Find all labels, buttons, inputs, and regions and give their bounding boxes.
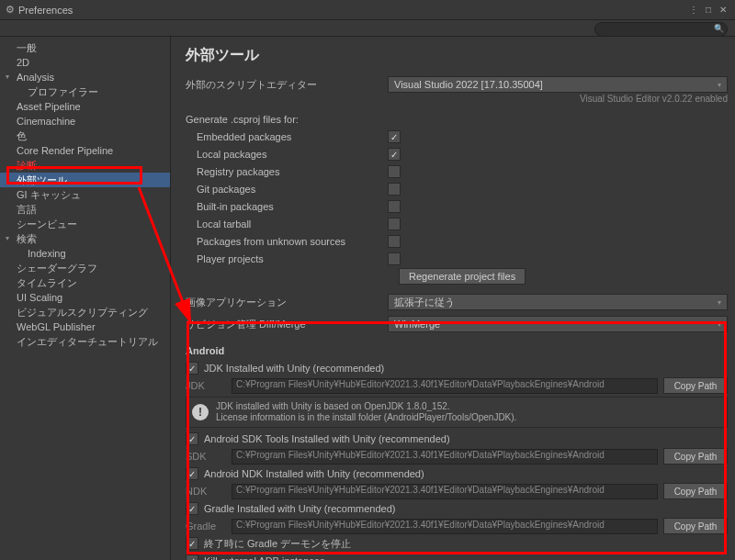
sdk-path[interactable]: C:¥Program Files¥Unity¥Hub¥Editor¥2021.3…	[232, 449, 658, 465]
gen-label-4: Built-in packages	[186, 201, 388, 212]
sidebar-item-3[interactable]: プロファイラー	[0, 84, 170, 99]
sidebar-item-15[interactable]: シェーダーグラフ	[0, 261, 170, 275]
script-editor-label: 外部のスクリプトエディター	[186, 78, 388, 92]
gen-checkbox-1[interactable]	[388, 148, 401, 161]
sidebar-item-4[interactable]: Asset Pipeline	[0, 99, 170, 114]
gen-checkbox-5[interactable]	[388, 218, 401, 230]
regenerate-button[interactable]: Regenerate project files	[399, 268, 526, 285]
jdk-copy-button[interactable]: Copy Path	[663, 377, 728, 394]
sdk-label: SDK	[186, 451, 226, 462]
sidebar-item-1[interactable]: 2D	[0, 55, 170, 70]
sidebar-item-5[interactable]: Cinemachine	[0, 114, 170, 129]
gen-label-6: Packages from unknown sources	[186, 236, 388, 247]
close-icon[interactable]: ✕	[717, 4, 729, 17]
jdk-checkbox[interactable]	[186, 362, 198, 375]
jdk-info: ! JDK installed with Unity is based on O…	[186, 397, 728, 428]
sdk-copy-button[interactable]: Copy Path	[663, 448, 728, 465]
sidebar-item-7[interactable]: Core Render Pipeline	[0, 143, 170, 158]
menu-icon[interactable]: ⋮	[687, 4, 700, 17]
gradle-copy-button[interactable]: Copy Path	[663, 518, 728, 534]
sdk-check-label: Android SDK Tools Installed with Unity (…	[204, 433, 450, 444]
gear-icon: ⚙	[6, 4, 15, 16]
gen-checkbox-6[interactable]	[388, 235, 401, 248]
stop-gradle-checkbox[interactable]	[186, 537, 198, 550]
sidebar-item-8[interactable]: 診断	[0, 158, 170, 173]
sdk-checkbox[interactable]	[186, 432, 198, 445]
editor-hint: Visual Studio Editor v2.0.22 enabled	[186, 94, 728, 104]
sidebar-item-14[interactable]: Indexing	[0, 246, 170, 261]
ndk-path[interactable]: C:¥Program Files¥Unity¥Hub¥Editor¥2021.3…	[232, 484, 658, 499]
sidebar-item-6[interactable]: 色	[0, 129, 170, 143]
page-title: 外部ツール	[186, 46, 728, 65]
gradle-check-label: Gradle Installed with Unity (recommended…	[204, 503, 395, 514]
gen-label-0: Embedded packages	[186, 131, 388, 142]
sidebar-item-10[interactable]: GI キャッシュ	[0, 187, 170, 202]
gen-label-1: Local packages	[186, 149, 388, 160]
maximize-icon[interactable]: □	[702, 4, 715, 17]
image-app-dropdown[interactable]: 拡張子に従う	[388, 294, 728, 310]
gen-checkbox-3[interactable]	[388, 183, 401, 196]
sidebar: 一般2DAnalysisプロファイラーAsset PipelineCinemac…	[0, 37, 171, 560]
gen-label-7: Player projects	[186, 253, 388, 264]
revision-label: リビジョン管理 Diff/Merge	[186, 318, 388, 331]
window-controls: ⋮ □ ✕	[687, 4, 729, 17]
kill-adb-checkbox[interactable]	[186, 554, 198, 560]
script-editor-dropdown[interactable]: Visual Studio 2022 [17.10.35004]	[388, 76, 728, 93]
sidebar-item-13[interactable]: 検索	[0, 231, 170, 246]
ndk-check-label: Android NDK Installed with Unity (recomm…	[204, 468, 424, 479]
gen-checkbox-4[interactable]	[388, 200, 401, 213]
jdk-path[interactable]: C:¥Program Files¥Unity¥Hub¥Editor¥2021.3…	[232, 378, 658, 394]
android-header: Android	[186, 345, 728, 356]
gen-checkbox-7[interactable]	[388, 252, 401, 265]
gradle-path[interactable]: C:¥Program Files¥Unity¥Hub¥Editor¥2021.3…	[232, 519, 658, 534]
ndk-checkbox[interactable]	[186, 467, 198, 480]
search-row	[0, 20, 735, 37]
sidebar-item-17[interactable]: UI Scaling	[0, 290, 170, 305]
sidebar-item-2[interactable]: Analysis	[0, 70, 170, 84]
sidebar-item-9[interactable]: 外部ツール	[0, 173, 170, 187]
sidebar-item-20[interactable]: インエディターチュートリアル	[0, 334, 170, 349]
ndk-copy-button[interactable]: Copy Path	[663, 483, 728, 499]
kill-adb-label: Kill external ADB instances	[204, 555, 324, 560]
sidebar-item-18[interactable]: ビジュアルスクリプティング	[0, 305, 170, 319]
gen-label-5: Local tarball	[186, 218, 388, 230]
main-panel: 外部ツール 外部のスクリプトエディター Visual Studio 2022 […	[171, 37, 735, 560]
gradle-label: Gradle	[186, 521, 226, 532]
gen-checkbox-0[interactable]	[388, 130, 401, 143]
gen-label-3: Git packages	[186, 184, 388, 195]
jdk-label: JDK	[186, 380, 226, 391]
sidebar-item-12[interactable]: シーンビュー	[0, 217, 170, 231]
window-title: Preferences	[18, 5, 687, 16]
revision-dropdown[interactable]: WinMerge	[388, 316, 728, 332]
titlebar: ⚙ Preferences ⋮ □ ✕	[0, 0, 735, 20]
sidebar-item-16[interactable]: タイムライン	[0, 275, 170, 290]
search-input[interactable]	[594, 22, 728, 37]
gen-checkbox-2[interactable]	[388, 165, 401, 178]
image-app-label: 画像アプリケーション	[186, 296, 388, 309]
ndk-label: NDK	[186, 486, 226, 497]
sidebar-item-0[interactable]: 一般	[0, 40, 170, 55]
info-icon: !	[192, 404, 209, 420]
sidebar-item-19[interactable]: WebGL Publisher	[0, 319, 170, 334]
jdk-check-label: JDK Installed with Unity (recommended)	[204, 363, 384, 374]
gradle-checkbox[interactable]	[186, 502, 198, 515]
generate-label: Generate .csproj files for:	[186, 114, 388, 125]
stop-gradle-label: 終了時に Gradle デーモンを停止	[204, 537, 351, 551]
gen-label-2: Registry packages	[186, 166, 388, 177]
sidebar-item-11[interactable]: 言語	[0, 202, 170, 217]
